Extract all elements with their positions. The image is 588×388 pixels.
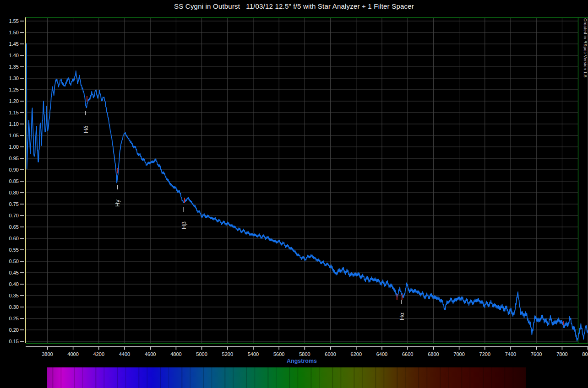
y-tick-label: 1.10 [9,121,19,127]
x-tick-label: 7800 [556,351,567,357]
synthesized-spectrum-strip [47,367,526,388]
spectral-line-label: Hδ [82,125,89,133]
x-tick-label: 7200 [479,351,490,357]
x-tick-label: 3800 [42,351,53,357]
y-tick-label: 0.65 [9,224,19,230]
y-tick-label: 1.30 [9,75,19,81]
y-tick-label: 0.50 [9,259,19,264]
y-tick-label: 0.80 [9,190,19,195]
y-tick-label: 1.50 [9,30,19,35]
spectral-line-label: Hγ [114,199,121,207]
x-tick-label: 4400 [119,351,130,357]
x-tick-label: 4600 [145,351,156,357]
y-tick-label: 1.35 [9,64,19,70]
x-tick-label: 5200 [222,351,233,357]
x-tick-label: 5000 [196,351,207,357]
y-tick-label: 0.70 [9,213,19,218]
y-tick-label: 0.25 [9,316,19,321]
spectrum-plot-area[interactable]: 1.551.501.451.401.351.301.251.201.151.10… [0,0,588,388]
x-tick-label: 5600 [273,351,284,357]
spectrum-curve [27,43,588,341]
x-tick-label: 7400 [505,351,516,357]
y-tick-label: 0.90 [9,167,19,172]
x-tick-label: 7000 [453,351,464,357]
y-tick-label: 0.45 [9,270,19,275]
y-tick-label: 1.25 [9,87,19,92]
y-tick-label: 1.15 [9,110,19,115]
y-tick-label: 1.55 [9,18,19,24]
x-tick-label: 5400 [248,351,259,357]
x-tick-label: 8000 [582,351,588,357]
spectral-line-label: Hβ [180,221,187,229]
y-tick-label: 1.05 [9,133,19,138]
x-tick-label: 7600 [531,351,542,357]
x-tick-label: 6400 [376,351,387,357]
y-tick-label: 0.95 [9,156,19,161]
y-tick-label: 0.85 [9,178,19,184]
y-tick-label: 1.20 [9,98,19,104]
x-tick-label: 4000 [67,351,78,357]
x-tick-label: 6200 [351,351,362,357]
x-tick-label: 4200 [93,351,104,357]
x-axis-title: Angstroms [26,358,578,364]
y-tick-label: 1.00 [9,144,19,150]
x-tick-label: 6000 [325,351,336,357]
spectral-line-label: Hα [398,313,405,320]
y-tick-label: 0.55 [9,247,19,253]
rspec-window: SS Cygni in Outburst 11/03/12 12.5" f/5 … [0,0,588,388]
gridlines [26,18,588,343]
y-tick-label: 1.40 [9,53,19,58]
y-tick-label: 0.15 [9,339,19,344]
y-tick-label: 0.30 [9,304,19,310]
x-tick-label: 4800 [170,351,181,357]
x-tick-label: 6600 [402,351,413,357]
y-tick-label: 0.35 [9,293,19,298]
y-tick-label: 0.20 [9,327,19,333]
calibration-markers [87,96,563,325]
y-tick-label: 1.45 [9,41,19,47]
x-tick-label: 6800 [428,351,439,357]
y-tick-label: 0.40 [9,281,19,287]
y-tick-label: 0.75 [9,201,19,207]
x-tick-label: 5800 [299,351,310,357]
y-tick-label: 0.60 [9,236,19,241]
